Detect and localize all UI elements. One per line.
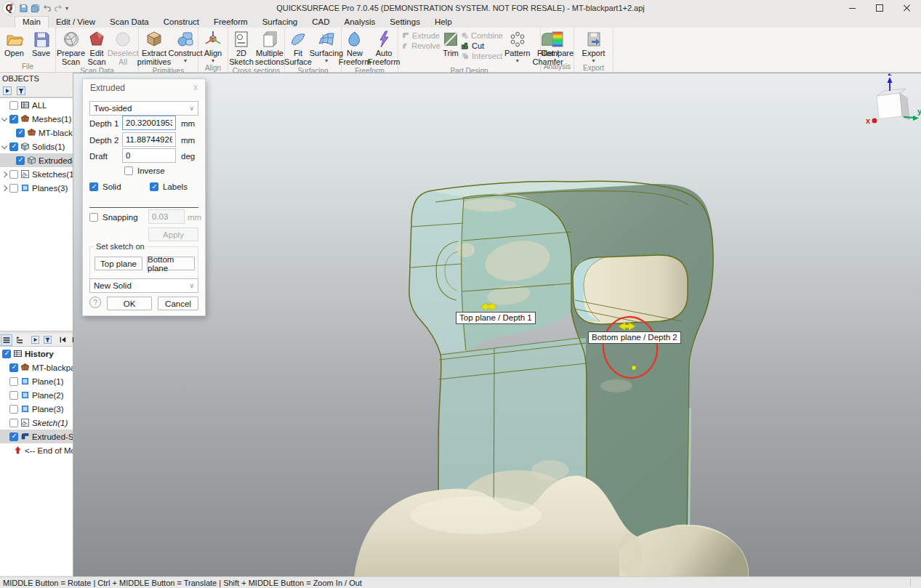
objects-item-sketches[interactable]: Sketches(1): [0, 167, 73, 181]
planes-checkbox[interactable]: [9, 184, 18, 193]
combine-button[interactable]: Combine: [461, 31, 503, 40]
objects-item-all[interactable]: ALL: [0, 98, 73, 112]
export-dropdown-icon[interactable]: ▾: [592, 59, 595, 63]
history-item-plane1[interactable]: Plane(1): [0, 374, 73, 388]
history-item-plane3[interactable]: Plane(3): [0, 402, 73, 416]
expand-icon[interactable]: [1, 115, 7, 121]
expand-icon[interactable]: [1, 142, 7, 148]
quick-access-customize-icon[interactable]: ▾: [65, 7, 68, 11]
cut-button[interactable]: Cut: [461, 41, 503, 50]
filter-icon[interactable]: [15, 85, 27, 97]
plane1-checkbox[interactable]: [9, 377, 18, 386]
menu-tab-settings[interactable]: Settings: [382, 17, 427, 28]
prepare-scan-button[interactable]: Prepare Scan: [56, 29, 86, 67]
top-plane-button[interactable]: Top plane: [94, 257, 142, 270]
meshes-checkbox[interactable]: [9, 115, 18, 124]
deselect-all-button[interactable]: Deselect All: [108, 29, 138, 67]
auto-freeform-button[interactable]: Auto Freeform: [369, 29, 398, 67]
quick-save-icon[interactable]: [19, 4, 28, 13]
skip-to-start-icon[interactable]: [57, 334, 68, 345]
depth2-input[interactable]: [122, 132, 176, 147]
quick-save-all-icon[interactable]: [31, 4, 40, 13]
menu-tab-freeform[interactable]: Freeform: [206, 17, 255, 28]
objects-item-mt-blackpart[interactable]: MT-blackpar: [0, 126, 73, 140]
solids-checkbox[interactable]: [9, 142, 18, 151]
save-button[interactable]: Save: [28, 29, 55, 59]
apply-button[interactable]: Apply: [148, 227, 198, 241]
redo-icon[interactable]: [54, 4, 63, 13]
menu-tab-help[interactable]: Help: [427, 17, 459, 28]
menu-tab-edit-view[interactable]: Edit / View: [49, 17, 102, 28]
export-button[interactable]: Export▾: [579, 29, 608, 64]
extrude-button[interactable]: Extrude: [401, 31, 441, 40]
menu-tab-surfacing[interactable]: Surfacing: [255, 17, 305, 28]
extruded-checkbox[interactable]: [16, 156, 25, 165]
close-button[interactable]: [893, 0, 921, 16]
tree-view-icon[interactable]: [14, 334, 25, 346]
maximize-button[interactable]: [866, 0, 893, 16]
sketch1-checkbox[interactable]: [9, 419, 18, 427]
extruded-surface-checkbox[interactable]: [9, 432, 18, 441]
solid-checkbox[interactable]: Solid: [89, 182, 121, 191]
history-item-root[interactable]: History: [0, 347, 73, 361]
history-item-sketch1[interactable]: Sketch(1): [0, 416, 73, 430]
surfacing-button[interactable]: Surfacing▾: [312, 29, 341, 64]
ok-button[interactable]: OK: [107, 297, 152, 310]
menu-tab-analysis[interactable]: Analysis: [337, 17, 383, 28]
show-all-icon[interactable]: [30, 334, 41, 345]
mt-blackpart-checkbox[interactable]: [16, 129, 25, 137]
pattern-dropdown-icon[interactable]: ▾: [516, 59, 519, 63]
top-plane-depth1-label[interactable]: Top plane / Depth 1: [456, 312, 536, 324]
history-item-mt-blackpart1[interactable]: MT-blackpart1: [0, 361, 73, 374]
history-item-end-of-model[interactable]: <-- End of Moc: [0, 443, 73, 457]
expand-icon[interactable]: [1, 185, 7, 190]
bottom-plane-button[interactable]: Bottom plane: [147, 257, 195, 270]
inverse-checkbox[interactable]: Inverse: [124, 166, 165, 175]
menu-tab-scan-data[interactable]: Scan Data: [102, 17, 156, 28]
bottom-plane-depth2-label[interactable]: Bottom plane / Depth 2: [588, 331, 681, 344]
snapping-checkbox[interactable]: Snapping: [89, 213, 138, 222]
align-button[interactable]: Align▾: [200, 29, 226, 64]
revolve-button[interactable]: Revolve: [401, 41, 441, 50]
minimize-button[interactable]: [838, 0, 866, 16]
history-item-plane2[interactable]: Plane(2): [0, 388, 73, 402]
sketches-checkbox[interactable]: [9, 170, 18, 179]
plane3-checkbox[interactable]: [9, 405, 18, 414]
objects-item-solids[interactable]: Solids(1): [0, 140, 73, 153]
extract-primitives-button[interactable]: Extract primitives: [137, 29, 171, 67]
open-button[interactable]: Open: [1, 29, 28, 59]
trim-button[interactable]: Trim: [441, 29, 460, 59]
compare-button[interactable]: Compare: [542, 29, 574, 59]
objects-item-extruded[interactable]: Extruded-Su: [0, 153, 73, 167]
history-checkbox[interactable]: [2, 350, 11, 358]
2d-sketch-button[interactable]: 2D Sketch: [228, 29, 254, 67]
expand-icon[interactable]: [1, 171, 7, 177]
all-checkbox[interactable]: [9, 101, 18, 110]
pattern-button[interactable]: Pattern▾: [504, 29, 531, 64]
construct-dropdown-icon[interactable]: ▾: [184, 59, 187, 63]
dialog-close-icon[interactable]: x: [190, 82, 201, 92]
intersect-button[interactable]: Intersect: [461, 52, 503, 60]
mt-blackpart1-checkbox[interactable]: [9, 363, 18, 372]
fit-surface-button[interactable]: Fit Surface: [285, 29, 311, 67]
menu-tab-cad[interactable]: CAD: [305, 17, 337, 28]
menu-tab-main[interactable]: Main: [15, 16, 49, 28]
new-freeform-button[interactable]: New Freeform: [341, 29, 369, 67]
depth1-input[interactable]: [122, 116, 176, 130]
undo-icon[interactable]: [42, 4, 52, 13]
objects-item-planes[interactable]: Planes(3): [0, 181, 73, 195]
list-view-icon[interactable]: [1, 334, 12, 346]
objects-item-meshes[interactable]: Meshes(1): [0, 112, 73, 126]
multiple-sections-button[interactable]: Multiple sections: [255, 29, 284, 67]
cancel-button[interactable]: Cancel: [158, 297, 198, 310]
mode-dropdown[interactable]: Two-sided∨: [89, 101, 198, 116]
draft-input[interactable]: [122, 148, 176, 163]
menu-tab-construct[interactable]: Construct: [156, 17, 206, 28]
labels-checkbox[interactable]: Labels: [150, 182, 188, 191]
target-solid-dropdown[interactable]: New Solid∨: [89, 278, 198, 293]
surfacing-dropdown-icon[interactable]: ▾: [325, 59, 328, 63]
plane2-checkbox[interactable]: [9, 391, 18, 400]
align-dropdown-icon[interactable]: ▾: [212, 59, 214, 63]
filter-icon[interactable]: [42, 334, 53, 345]
show-all-icon[interactable]: [1, 85, 13, 97]
